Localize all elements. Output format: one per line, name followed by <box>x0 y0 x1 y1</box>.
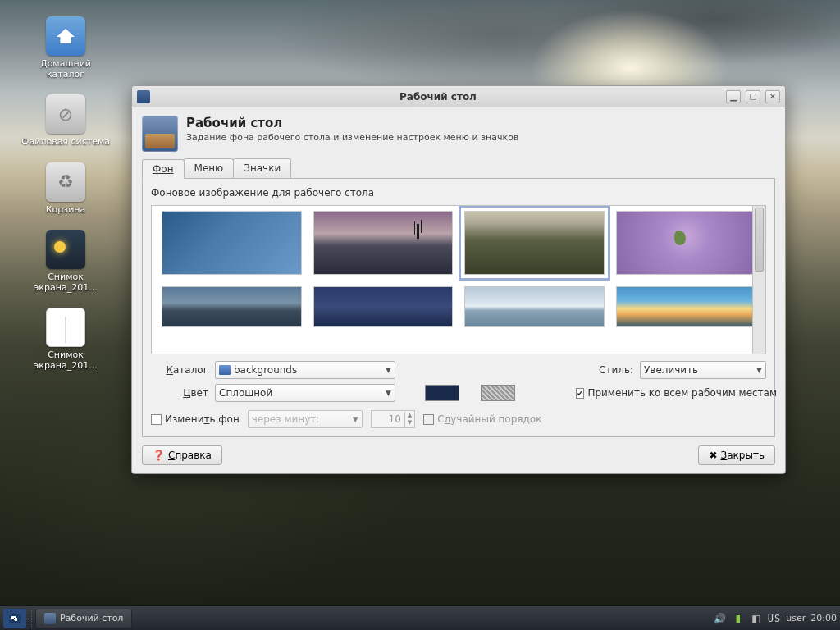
window-body: Рабочий стол Задание фона рабочего стола… <box>132 107 785 473</box>
change-bg-label: Изменить фон <box>165 413 240 425</box>
window-minimize-button[interactable]: ▁ <box>726 90 741 103</box>
taskbar-app-desktop-settings[interactable]: Рабочий стол <box>35 609 132 628</box>
wallpaper-icon <box>142 116 178 152</box>
screenshot-file-icon <box>46 308 85 347</box>
window-maximize-button[interactable]: ▢ <box>746 90 760 103</box>
catalog-label: Каталог <box>151 364 208 376</box>
interval-spinbox[interactable]: ▲▼ <box>371 410 415 428</box>
start-menu-button[interactable] <box>3 609 26 628</box>
change-bg-checkbox[interactable] <box>151 414 162 425</box>
color-secondary-swatch[interactable] <box>481 385 515 401</box>
tab-icons[interactable]: Значки <box>233 158 291 178</box>
battery-icon[interactable]: ▮ <box>732 612 745 625</box>
random-checkbox[interactable] <box>423 414 434 425</box>
desktop-icons: Домашний каталог Файловая система Корзин… <box>16 16 115 372</box>
taskbar-user[interactable]: user <box>786 613 806 623</box>
trash-icon <box>46 162 85 202</box>
desktop-icon-label: Домашний каталог <box>21 58 111 80</box>
interval-input[interactable] <box>372 413 404 425</box>
settings-header: Рабочий стол Задание фона рабочего стола… <box>142 116 775 152</box>
desktop-icon-trash[interactable]: Корзина <box>16 162 115 215</box>
taskbar-clock[interactable]: 20:00 <box>810 613 837 623</box>
wallpaper-scrollbar[interactable] <box>752 206 765 354</box>
spin-down-icon[interactable]: ▼ <box>405 419 414 427</box>
window-titlebar[interactable]: Рабочий стол ▁ ▢ ✕ <box>132 86 785 107</box>
random-label: Случайный порядок <box>437 413 541 425</box>
settings-heading: Рабочий стол <box>186 116 518 130</box>
home-folder-icon <box>46 16 85 56</box>
folder-icon <box>219 365 231 375</box>
window-footer: ❓ Справка ✖ Закрыть <box>142 444 775 465</box>
tab-background[interactable]: Фон <box>142 159 185 179</box>
close-icon: ✖ <box>709 450 717 461</box>
style-combo[interactable]: Увеличить ▼ <box>640 361 766 379</box>
wallpaper-thumb[interactable] <box>616 286 756 327</box>
window-close-button[interactable]: ✕ <box>765 90 780 103</box>
spin-up-icon[interactable]: ▲ <box>405 412 414 419</box>
settings-subheading: Задание фона рабочего стола и изменение … <box>186 132 518 143</box>
keyboard-layout-indicator[interactable]: US <box>768 613 781 624</box>
help-button[interactable]: ❓ Справка <box>142 445 222 465</box>
desktop-settings-window: Рабочий стол ▁ ▢ ✕ Рабочий стол Задание … <box>131 85 786 474</box>
apply-all-label: Применить ко всем рабочим местам <box>587 387 777 399</box>
change-bg-check-row[interactable]: Изменить фон <box>151 413 240 425</box>
wallpaper-thumb[interactable] <box>313 211 454 275</box>
wallpaper-thumb[interactable] <box>313 286 454 327</box>
chevron-down-icon: ▼ <box>353 415 358 423</box>
wallpaper-list-frame <box>151 205 766 354</box>
network-icon[interactable]: ◧ <box>750 612 763 625</box>
random-check-row[interactable]: Случайный порядок <box>423 413 541 425</box>
wallpaper-list-label: Фоновое изображение для рабочего стола <box>151 187 766 199</box>
tab-panel-background: Фоновое изображение для рабочего стола <box>142 178 775 437</box>
wallpaper-thumb[interactable] <box>162 211 302 275</box>
filesystem-icon <box>46 94 85 134</box>
chevron-down-icon: ▼ <box>386 366 391 374</box>
desktop-icon-label: Снимок экрана_201... <box>21 272 111 293</box>
wallpaper-thumb[interactable] <box>616 211 756 275</box>
taskbar-app-label: Рабочий стол <box>60 613 123 623</box>
wallpaper-thumb[interactable] <box>464 286 605 327</box>
close-button[interactable]: ✖ Закрыть <box>698 445 775 465</box>
controls-grid: Каталог backgrounds ▼ Стиль: Увеличить ▼… <box>151 361 766 402</box>
desktop-icon-home[interactable]: Домашний каталог <box>16 16 115 80</box>
chevron-down-icon: ▼ <box>756 366 762 374</box>
desktop-icon-screenshot-2[interactable]: Снимок экрана_201... <box>16 308 115 371</box>
desktop-icon-label: Корзина <box>46 204 85 215</box>
color-mode-combo[interactable]: Сплошной ▼ <box>215 384 395 402</box>
interval-unit-combo[interactable]: через минут: ▼ <box>248 410 363 428</box>
taskbar-separator <box>30 610 32 627</box>
apply-all-check-row[interactable]: ✔ Применить ко всем рабочим местам <box>576 387 766 399</box>
wallpaper-grid <box>155 211 762 327</box>
taskbar: Рабочий стол 🔊 ▮ ◧ US user 20:00 <box>0 605 840 630</box>
desktop-icon-screenshot-1[interactable]: Снимок экрана_201... <box>16 230 115 293</box>
volume-icon[interactable]: 🔊 <box>714 612 727 625</box>
color-primary-swatch[interactable] <box>425 385 459 401</box>
apply-all-checkbox[interactable]: ✔ <box>576 388 584 399</box>
tab-row: Фон Меню Значки <box>142 158 775 178</box>
tabs-area: Фон Меню Значки Фоновое изображение для … <box>142 158 775 437</box>
desktop-icon-filesystem[interactable]: Файловая система <box>16 94 115 147</box>
screenshot-thumb-icon <box>46 230 85 269</box>
desktop-icon-label: Снимок экрана_201... <box>21 349 111 371</box>
interval-row: Изменить фон через минут: ▼ ▲▼ Случайный… <box>151 409 766 428</box>
style-label: Стиль: <box>576 364 633 376</box>
system-tray: 🔊 ▮ ◧ US user 20:00 <box>714 612 837 625</box>
taskbar-app-icon <box>44 613 56 624</box>
wallpaper-thumb[interactable] <box>162 286 302 327</box>
catalog-combo[interactable]: backgrounds ▼ <box>215 361 395 379</box>
help-icon: ❓ <box>153 450 165 461</box>
window-title: Рабочий стол <box>155 91 721 103</box>
chevron-down-icon: ▼ <box>386 389 391 397</box>
wallpaper-thumb-selected[interactable] <box>464 211 605 275</box>
desktop-icon-label: Файловая система <box>21 136 110 147</box>
window-app-icon <box>137 90 150 103</box>
tab-menu[interactable]: Меню <box>184 158 235 178</box>
color-label: Цвет <box>151 387 208 399</box>
